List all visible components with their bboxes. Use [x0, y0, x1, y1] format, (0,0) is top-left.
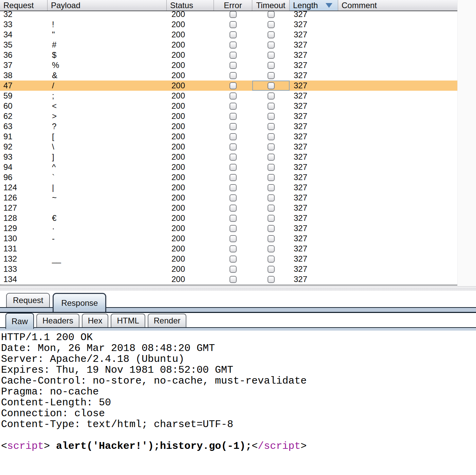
- error-checkbox[interactable]: [230, 21, 237, 28]
- error-checkbox[interactable]: [230, 194, 237, 201]
- table-row[interactable]: 33!200327: [0, 19, 457, 30]
- error-checkbox[interactable]: [230, 225, 237, 232]
- table-row[interactable]: 124|200327: [0, 182, 457, 193]
- error-checkbox[interactable]: [230, 11, 237, 18]
- error-checkbox[interactable]: [230, 62, 237, 69]
- timeout-checkbox[interactable]: [268, 205, 275, 212]
- table-row[interactable]: 96`200327: [0, 172, 457, 182]
- column-header-request[interactable]: Request: [0, 0, 48, 11]
- error-checkbox[interactable]: [230, 174, 237, 181]
- error-checkbox[interactable]: [230, 82, 237, 89]
- table-row[interactable]: 37%200327: [0, 60, 457, 70]
- error-checkbox[interactable]: [230, 123, 237, 130]
- timeout-checkbox[interactable]: [268, 31, 275, 38]
- cell-comment: [338, 30, 457, 40]
- timeout-checkbox[interactable]: [268, 276, 275, 283]
- timeout-checkbox[interactable]: [268, 154, 275, 161]
- table-row[interactable]: 92\200327: [0, 142, 457, 152]
- timeout-checkbox[interactable]: [268, 41, 275, 49]
- table-row[interactable]: 62>200327: [0, 111, 457, 121]
- timeout-checkbox[interactable]: [268, 215, 275, 222]
- table-row[interactable]: 47/200327: [0, 81, 457, 91]
- error-checkbox[interactable]: [230, 154, 237, 161]
- timeout-checkbox[interactable]: [268, 113, 275, 120]
- response-raw-view[interactable]: HTTP/1.1 200 OKDate: Mon, 26 Mar 2018 08…: [0, 331, 476, 475]
- cell-timeout: [252, 172, 290, 182]
- column-header-timeout[interactable]: Timeout: [252, 0, 290, 11]
- timeout-checkbox[interactable]: [268, 184, 275, 191]
- table-body[interactable]: 3220032733!20032734"20032735#20032736$20…: [0, 11, 457, 285]
- timeout-checkbox[interactable]: [268, 194, 275, 201]
- table-row[interactable]: 63?200327: [0, 121, 457, 131]
- vertical-scrollbar-track[interactable]: [457, 0, 476, 285]
- timeout-checkbox[interactable]: [268, 72, 275, 79]
- column-header-comment[interactable]: Comment: [338, 0, 457, 11]
- error-checkbox[interactable]: [230, 41, 237, 49]
- timeout-checkbox[interactable]: [268, 103, 275, 110]
- timeout-checkbox[interactable]: [268, 164, 275, 171]
- timeout-checkbox[interactable]: [268, 266, 275, 273]
- column-header-status[interactable]: Status: [167, 0, 214, 11]
- table-row[interactable]: 32200327: [0, 11, 457, 19]
- error-checkbox[interactable]: [230, 143, 237, 151]
- error-checkbox[interactable]: [230, 72, 237, 79]
- tab-raw[interactable]: Raw: [5, 313, 34, 329]
- table-row[interactable]: 36$200327: [0, 50, 457, 60]
- error-checkbox[interactable]: [230, 92, 237, 100]
- error-checkbox[interactable]: [230, 164, 237, 171]
- error-checkbox[interactable]: [230, 245, 237, 252]
- tab-headers[interactable]: Headers: [36, 314, 79, 327]
- timeout-checkbox[interactable]: [268, 11, 275, 18]
- table-row[interactable]: 59;200327: [0, 91, 457, 101]
- tab-response[interactable]: Response: [53, 293, 106, 312]
- table-row[interactable]: 35#200327: [0, 40, 457, 50]
- table-row[interactable]: 60<200327: [0, 101, 457, 111]
- timeout-checkbox[interactable]: [268, 52, 275, 59]
- timeout-checkbox[interactable]: [268, 256, 275, 263]
- timeout-checkbox[interactable]: [268, 133, 275, 140]
- column-header-payload[interactable]: Payload: [48, 0, 167, 11]
- table-row[interactable]: 130-200327: [0, 233, 457, 244]
- column-header-error[interactable]: Error: [214, 0, 252, 11]
- tab-render[interactable]: Render: [148, 314, 187, 327]
- table-row[interactable]: 38&200327: [0, 70, 457, 81]
- tab-request[interactable]: Request: [6, 293, 50, 307]
- error-checkbox[interactable]: [230, 266, 237, 273]
- column-header-length[interactable]: Length: [290, 0, 338, 11]
- error-checkbox[interactable]: [230, 31, 237, 38]
- error-checkbox[interactable]: [230, 52, 237, 59]
- error-checkbox[interactable]: [230, 256, 237, 263]
- timeout-checkbox[interactable]: [268, 225, 275, 232]
- error-checkbox[interactable]: [230, 113, 237, 120]
- error-checkbox[interactable]: [230, 184, 237, 191]
- table-row[interactable]: 132__200327: [0, 254, 457, 264]
- table-row[interactable]: 91[200327: [0, 131, 457, 142]
- tab-html[interactable]: HTML: [111, 314, 145, 327]
- timeout-checkbox[interactable]: [268, 245, 275, 252]
- error-checkbox[interactable]: [230, 103, 237, 110]
- table-row[interactable]: 134200327: [0, 274, 457, 284]
- table-row[interactable]: 94^200327: [0, 162, 457, 172]
- tab-hex[interactable]: Hex: [82, 314, 109, 327]
- timeout-checkbox[interactable]: [268, 21, 275, 28]
- timeout-checkbox[interactable]: [268, 235, 275, 242]
- table-row[interactable]: 34"200327: [0, 30, 457, 40]
- timeout-checkbox[interactable]: [268, 123, 275, 130]
- timeout-checkbox[interactable]: [268, 92, 275, 100]
- timeout-checkbox[interactable]: [268, 174, 275, 181]
- error-checkbox[interactable]: [230, 235, 237, 242]
- table-row[interactable]: 133200327: [0, 264, 457, 274]
- error-checkbox[interactable]: [230, 205, 237, 212]
- error-checkbox[interactable]: [230, 276, 237, 283]
- timeout-checkbox[interactable]: [268, 143, 275, 151]
- table-row[interactable]: 129·200327: [0, 223, 457, 233]
- error-checkbox[interactable]: [230, 133, 237, 140]
- timeout-checkbox[interactable]: [268, 62, 275, 69]
- table-row[interactable]: 128€200327: [0, 213, 457, 223]
- timeout-checkbox[interactable]: [268, 82, 275, 89]
- table-row[interactable]: 93]200327: [0, 152, 457, 162]
- table-row[interactable]: 127200327: [0, 203, 457, 213]
- table-row[interactable]: 131200327: [0, 244, 457, 254]
- error-checkbox[interactable]: [230, 215, 237, 222]
- table-row[interactable]: 126~200327: [0, 193, 457, 203]
